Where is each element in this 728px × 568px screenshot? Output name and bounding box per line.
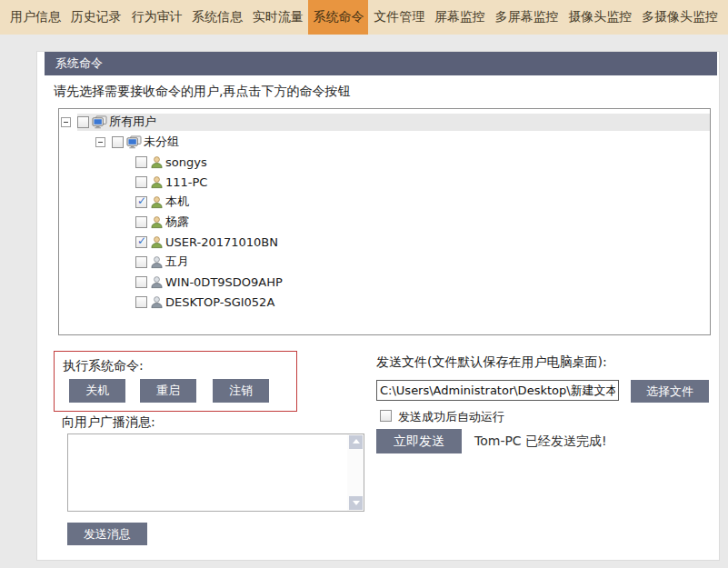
tree-row: songys [59, 152, 710, 172]
user-online-icon [150, 215, 164, 229]
tree-node-checkbox[interactable] [135, 216, 147, 228]
tree-node-content: 所有用户 [77, 114, 710, 131]
tree-node-checkbox[interactable] [135, 256, 147, 268]
send-status-text: Tom-PC 已经发送完成! [474, 433, 607, 450]
send-file-label: 发送文件(文件默认保存在用户电脑桌面): [376, 354, 607, 371]
tree-node-checkbox[interactable] [77, 116, 89, 128]
broadcast-message-box [67, 433, 364, 512]
tree-row: ✓USER-20171010BN [59, 232, 710, 252]
tree-node-content: ✓本机 [135, 194, 710, 211]
file-path-input[interactable] [376, 380, 619, 401]
user-online-icon [150, 235, 164, 249]
tree-node-checkbox[interactable] [135, 176, 147, 188]
autorun-label: 发送成功后自动运行 [398, 409, 504, 425]
user-online-icon [150, 155, 164, 169]
panel-title: 系统命令 [45, 52, 717, 75]
tree-node-content: songys [135, 154, 710, 171]
nav-tab[interactable]: 摄像头监控 [563, 0, 636, 35]
user-online-icon [150, 195, 164, 209]
group-icon [126, 135, 142, 149]
nav-tab[interactable]: 屏幕监控 [430, 0, 490, 35]
user-offline-icon [150, 255, 164, 269]
user-offline-icon [150, 275, 164, 289]
nav-tab[interactable]: 行为审计 [126, 0, 186, 35]
tree-row: 五月 [59, 252, 710, 272]
tree-node-checkbox[interactable] [112, 136, 124, 148]
tree-row: ✓本机 [59, 192, 710, 212]
nav-tab[interactable]: 历史记录 [66, 0, 126, 35]
nav-tab[interactable]: 文件管理 [369, 0, 429, 35]
tree-node-content: 未分组 [112, 134, 710, 151]
tree-node-content: DESKTOP-SGI052A [135, 294, 710, 311]
send-message-button[interactable]: 发送消息 [67, 523, 147, 545]
check-mark-icon: ✓ [137, 234, 146, 247]
restart-button[interactable]: 重启 [140, 379, 196, 403]
tree-row: 杨露 [59, 212, 710, 232]
nav-tab[interactable]: 实时流量 [248, 0, 308, 35]
tree-node-checkbox[interactable] [135, 276, 147, 288]
user-offline-icon [150, 295, 164, 309]
tree-row: 未分组 [59, 132, 710, 152]
tree-node-label[interactable]: USER-20171010BN [165, 235, 278, 249]
nav-tab[interactable]: 多屏幕监控 [491, 0, 563, 35]
tree-node-content: 111-PC [135, 174, 710, 191]
broadcast-label: 向用户广播消息: [62, 414, 155, 431]
autorun-checkbox[interactable] [380, 410, 392, 422]
tree-node-label[interactable]: 111-PC [165, 175, 207, 189]
tree-node-content: 杨露 [135, 214, 710, 231]
choose-file-button[interactable]: 选择文件 [631, 380, 709, 403]
tree-node-label[interactable]: songys [165, 155, 207, 169]
collapse-expander-icon[interactable] [95, 137, 105, 147]
nav-tab[interactable]: 系统信息 [187, 0, 247, 35]
tree-node-label[interactable]: 本机 [165, 194, 189, 210]
top-nav-bar: 用户信息历史记录行为审计系统信息实时流量系统命令文件管理屏幕监控多屏幕监控摄像头… [0, 0, 728, 35]
tree-node-content: 五月 [135, 254, 710, 271]
instruction-text: 请先选择需要接收命令的用户,再点击下方的命令按钮 [54, 84, 350, 100]
group-icon [92, 115, 107, 129]
tree-node-checkbox[interactable] [135, 296, 147, 308]
tree-node-checkbox[interactable] [135, 156, 147, 168]
tree-node-label[interactable]: WIN-0DT9SDO9AHP [165, 275, 283, 289]
scroll-up-icon[interactable] [349, 435, 363, 449]
system-command-group: 执行系统命令: 关机 重启 注销 [54, 351, 297, 412]
tree-node-content: ✓USER-20171010BN [135, 234, 710, 251]
collapse-expander-icon[interactable] [61, 117, 71, 127]
nav-tab[interactable]: 系统命令 [308, 0, 368, 35]
tree-row: WIN-0DT9SDO9AHP [59, 272, 710, 292]
user-online-icon [150, 175, 164, 189]
shutdown-button[interactable]: 关机 [69, 379, 125, 403]
tree-node-label[interactable]: 五月 [165, 254, 189, 270]
tree-node-label[interactable]: DESKTOP-SGI052A [165, 295, 274, 309]
tree-row: 所有用户 [59, 112, 710, 132]
tree-node-label[interactable]: 所有用户 [109, 114, 156, 130]
tree-row: DESKTOP-SGI052A [59, 292, 710, 312]
system-command-panel: 系统命令 请先选择需要接收命令的用户,再点击下方的命令按钮 所有用户未分组son… [36, 51, 720, 561]
scroll-down-icon[interactable] [349, 496, 363, 510]
nav-tab[interactable]: 用户信息 [5, 0, 65, 35]
tree-node-checkbox[interactable]: ✓ [135, 196, 147, 208]
broadcast-message-textarea[interactable] [68, 434, 346, 511]
check-mark-icon: ✓ [137, 194, 146, 207]
tree-node-checkbox[interactable]: ✓ [135, 236, 147, 248]
tree-node-content: WIN-0DT9SDO9AHP [135, 274, 710, 291]
tree-node-label[interactable]: 未分组 [144, 134, 179, 150]
tree-node-label[interactable]: 杨露 [165, 214, 189, 230]
user-tree: 所有用户未分组songys111-PC✓本机杨露✓USER-20171010BN… [58, 108, 711, 335]
send-now-button[interactable]: 立即发送 [376, 429, 462, 453]
system-command-label: 执行系统命令: [63, 358, 144, 374]
nav-tab[interactable]: 多摄像头监控 [637, 0, 723, 35]
tree-row: 111-PC [59, 172, 710, 192]
logout-button[interactable]: 注销 [213, 379, 269, 403]
